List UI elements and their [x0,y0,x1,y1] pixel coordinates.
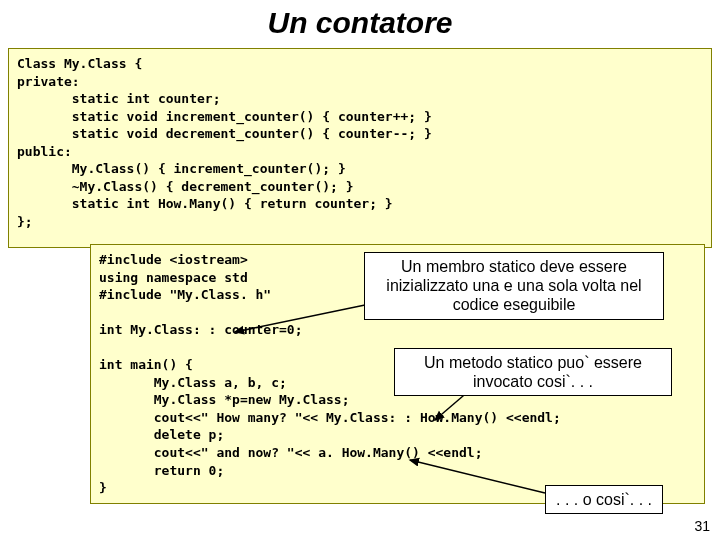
callout-static-member: Un membro statico deve essere inizializz… [364,252,664,320]
slide-title: Un contatore [0,0,720,42]
code-block-header: Class My.Class { private: static int cou… [8,48,712,248]
callout-static-method: Un metodo statico puo` essere invocato c… [394,348,672,396]
page-number: 31 [694,518,710,534]
callout-alt-invoke: . . . o cosi`. . . [545,485,663,514]
